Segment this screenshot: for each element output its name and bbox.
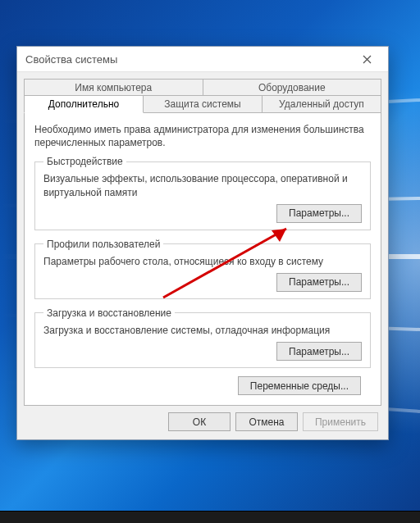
taskbar[interactable] [0,511,420,523]
cancel-button[interactable]: Отмена [235,412,298,431]
startup-recovery-settings-button[interactable]: Параметры... [276,342,362,361]
tab-page-advanced: Необходимо иметь права администратора дл… [24,112,381,406]
tab-remote[interactable]: Удаленный доступ [262,95,381,112]
user-profiles-settings-button[interactable]: Параметры... [276,273,362,292]
group-startup-recovery: Загрузка и восстановление Загрузка и вос… [34,307,371,368]
performance-settings-button[interactable]: Параметры... [276,204,362,223]
apply-button[interactable]: Применить [303,412,378,431]
close-icon[interactable] [349,48,385,70]
tab-hardware[interactable]: Оборудование [203,79,382,96]
ok-button[interactable]: ОК [168,412,231,431]
titlebar[interactable]: Свойства системы [17,47,388,72]
group-performance-desc: Визуальные эффекты, использование процес… [43,172,362,198]
tab-system-protection[interactable]: Защита системы [143,95,262,112]
dialog-button-row: ОК Отмена Применить [24,406,381,431]
tab-control: Имя компьютера Оборудование Дополнительн… [24,79,381,406]
group-user-profiles: Профили пользователей Параметры рабочего… [34,239,371,299]
system-properties-window: Свойства системы Имя компьютера Оборудов… [16,46,389,440]
desktop-wallpaper: Свойства системы Имя компьютера Оборудов… [0,0,420,523]
group-performance-legend: Быстродействие [43,156,126,167]
admin-rights-note: Необходимо иметь права администратора дл… [34,123,371,149]
group-startup-recovery-legend: Загрузка и восстановление [43,307,175,319]
group-user-profiles-legend: Профили пользователей [43,239,163,250]
group-startup-recovery-desc: Загрузка и восстановление системы, отлад… [43,324,362,337]
group-user-profiles-desc: Параметры рабочего стола, относящиеся ко… [43,255,362,268]
window-body: Имя компьютера Оборудование Дополнительн… [17,72,388,439]
group-performance: Быстродействие Визуальные эффекты, испол… [34,156,371,230]
window-title: Свойства системы [25,53,117,66]
tab-computer-name[interactable]: Имя компьютера [24,79,203,96]
tab-advanced[interactable]: Дополнительно [24,95,144,113]
environment-variables-button[interactable]: Переменные среды... [238,376,361,395]
